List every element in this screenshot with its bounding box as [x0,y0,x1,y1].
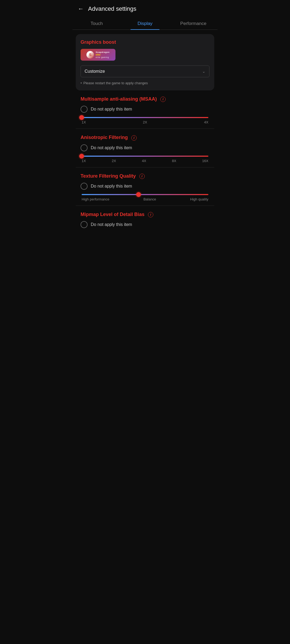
graphics-boost-title: Graphics boost [81,39,209,45]
texture-filtering-title: Texture Filtering Quality i [81,173,209,179]
mipmap-radio-row: Do not apply this item [81,221,209,228]
msaa-title: Multisample anti-aliasing (MSAA) i [81,96,209,102]
anisotropic-do-not-apply-label: Do not apply this item [91,145,132,150]
texture-filtering-slider-track[interactable] [82,194,208,195]
customize-label: Customize [85,69,105,74]
msaa-slider-container[interactable]: 1X 2X 4X [82,117,208,124]
msaa-radio-row: Do not apply this item [81,106,209,113]
chevron-down-icon: ⌄ [202,69,205,74]
tab-performance[interactable]: Performance [169,18,218,30]
msaa-info-icon[interactable]: i [160,97,166,102]
msaa-do-not-apply-label: Do not apply this item [91,107,132,112]
mipmap-radio[interactable] [81,221,88,228]
customize-dropdown[interactable]: Customize ⌄ [81,65,209,77]
msaa-radio[interactable] [81,106,88,113]
mipmap-info-icon[interactable]: i [148,212,153,217]
texture-filtering-slider-thumb[interactable] [136,192,141,197]
anisotropic-radio[interactable] [81,144,88,151]
tab-touch[interactable]: Touch [73,18,121,30]
logo-elite-text: elite [96,54,110,56]
logo-s-icon: S [86,51,94,58]
msaa-slider-thumb[interactable] [79,115,84,120]
anisotropic-slider-labels: 1X 2X 4X 8X 16X [82,159,208,163]
logo-badge: S Snapdragon elite elite gaming [81,49,115,61]
texture-filtering-info-icon[interactable]: i [139,174,145,179]
texture-filtering-radio[interactable] [81,183,88,190]
msaa-track-bg [82,117,208,118]
mipmap-title: Mipmap Level of Detail Bias i [81,212,209,217]
anisotropic-info-icon[interactable]: i [131,135,137,141]
restart-note: Please restart the game to apply changes [81,81,209,85]
logo-text-group: Snapdragon elite elite gaming [96,51,110,58]
snapdragon-logo: S Snapdragon elite elite gaming [81,49,209,61]
msaa-slider-track[interactable] [82,117,208,118]
texture-filtering-slider-container[interactable]: High performance Balance High quality [82,194,208,201]
anisotropic-section: Anisotropic Filtering i Do not apply thi… [76,129,214,167]
graphics-boost-card: Graphics boost S Snapdragon elite elite … [76,34,214,90]
texture-filtering-track-bg [82,194,208,195]
app-header: ← Advanced settings [73,0,218,15]
anisotropic-slider-container[interactable]: 1X 2X 4X 8X 16X [82,156,208,163]
anisotropic-slider-track[interactable] [82,156,208,157]
mipmap-section: Mipmap Level of Detail Bias i Do not app… [76,206,214,237]
anisotropic-track-bg [82,156,208,157]
msaa-slider-labels: 1X 2X 4X [82,120,208,124]
logo-gaming-text: elite gaming [96,56,110,58]
anisotropic-title: Anisotropic Filtering i [81,135,209,140]
main-content: Graphics boost S Snapdragon elite elite … [73,30,218,241]
tab-display[interactable]: Display [121,18,169,30]
mipmap-do-not-apply-label: Do not apply this item [91,222,132,227]
anisotropic-slider-thumb[interactable] [79,154,84,159]
anisotropic-radio-row: Do not apply this item [81,144,209,151]
texture-filtering-slider-labels: High performance Balance High quality [82,197,208,201]
page-title: Advanced settings [88,5,136,12]
texture-filtering-section: Texture Filtering Quality i Do not apply… [76,167,214,206]
back-button[interactable]: ← [78,5,84,12]
tab-bar: Touch Display Performance [73,15,218,30]
texture-filtering-radio-row: Do not apply this item [81,183,209,190]
texture-filtering-do-not-apply-label: Do not apply this item [91,184,132,189]
msaa-section: Multisample anti-aliasing (MSAA) i Do no… [76,90,214,129]
